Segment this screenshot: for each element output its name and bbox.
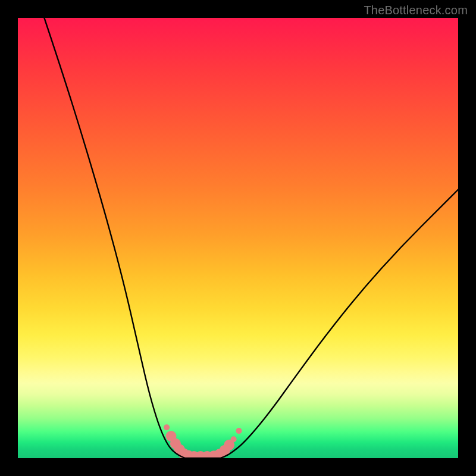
marker-bead — [236, 428, 242, 434]
watermark-text: TheBottleneck.com — [364, 4, 468, 17]
marker-bead — [231, 436, 237, 442]
marker-bead — [164, 424, 170, 430]
curve-layer — [18, 18, 458, 458]
chart-frame: TheBottleneck.com — [0, 0, 476, 476]
bottleneck-curve — [44, 18, 458, 458]
plot-area — [18, 18, 458, 458]
